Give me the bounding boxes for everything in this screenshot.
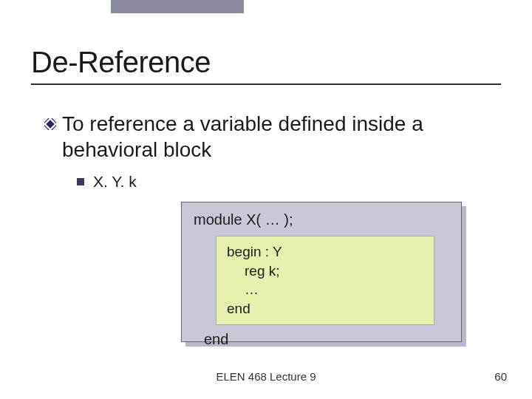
code-inner-block: begin : Y reg k; … end <box>216 236 434 325</box>
content-area: To reference a variable defined inside a… <box>44 111 502 191</box>
code-module-line: module X( … ); <box>194 211 449 228</box>
title-container: De-Reference <box>31 46 501 85</box>
footer-lecture: ELEN 468 Lecture 9 <box>0 370 532 383</box>
slide-title: De-Reference <box>31 46 501 79</box>
code-outer-end: end <box>204 331 449 348</box>
code-block: module X( … ); begin : Y reg k; … end en… <box>181 202 462 342</box>
sub-bullet-row: X. Y. k <box>77 173 502 191</box>
code-box-outer: module X( … ); begin : Y reg k; … end en… <box>181 202 462 342</box>
header-decoration <box>111 0 244 13</box>
sub-bullet-text: X. Y. k <box>93 173 137 191</box>
svg-rect-0 <box>46 120 54 128</box>
code-dots: … <box>227 280 423 299</box>
bullet-text: To reference a variable defined inside a… <box>62 111 502 163</box>
code-begin: begin : Y <box>227 242 423 262</box>
code-reg: reg k; <box>227 262 423 281</box>
footer-page-number: 60 <box>494 370 507 383</box>
square-bullet-icon <box>77 178 84 185</box>
diamond-bullet-icon <box>44 118 56 130</box>
bullet-row: To reference a variable defined inside a… <box>44 111 502 163</box>
code-inner-end: end <box>227 299 423 318</box>
